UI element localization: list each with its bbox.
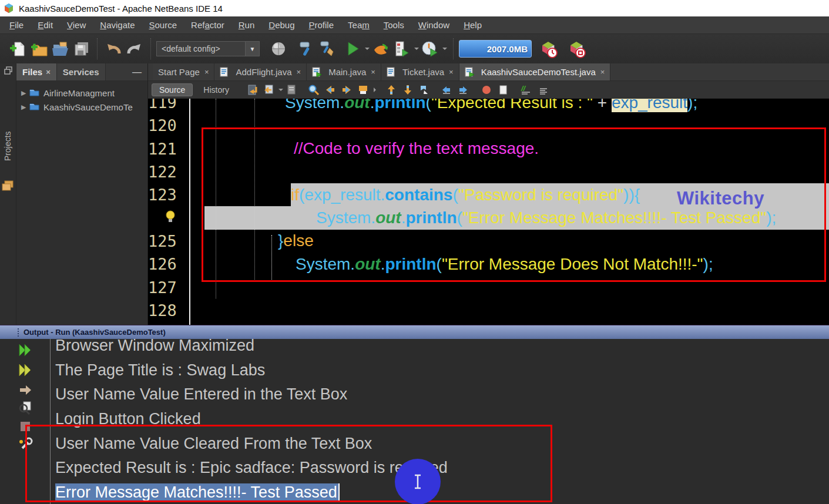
next-bookmark-icon[interactable] xyxy=(417,83,431,96)
bookmark-icon[interactable] xyxy=(356,83,370,96)
deploy-globe-icon[interactable] xyxy=(268,38,289,60)
bookmark-dropdown-icon[interactable] xyxy=(372,88,377,92)
history-view-button[interactable]: History xyxy=(196,84,236,96)
projects-rail-tab[interactable]: Projects xyxy=(3,133,12,145)
new-project-icon[interactable] xyxy=(28,38,49,60)
start-macro-recording-icon[interactable] xyxy=(479,83,494,96)
debug-project-icon[interactable] xyxy=(370,38,391,60)
shift-left-icon[interactable] xyxy=(439,83,454,96)
previous-occurrence-icon[interactable] xyxy=(384,83,398,96)
close-tab-icon[interactable]: × xyxy=(297,68,301,76)
editor-tab-start-page[interactable]: Start Page× xyxy=(153,63,214,80)
menu-item-debug[interactable]: Debug xyxy=(261,16,301,34)
editor-tab-addflight-java[interactable]: AddFlight.java× xyxy=(214,63,307,80)
explorer-tab-services[interactable]: Services xyxy=(57,63,106,80)
menu-item-window[interactable]: Window xyxy=(411,16,457,34)
code-editor[interactable]: 119System.out.println("Expected Result i… xyxy=(148,99,829,325)
editor-tab-ticket-java[interactable]: Ticket.java× xyxy=(381,63,459,80)
line-number: 122 xyxy=(148,163,182,181)
projects-folder-icon xyxy=(1,180,14,191)
menu-item-refactor[interactable]: Refactor xyxy=(184,16,231,34)
find-icon[interactable] xyxy=(307,83,321,96)
close-tab-icon[interactable]: × xyxy=(46,68,51,76)
output-annotation-box xyxy=(25,425,552,502)
menu-item-run[interactable]: Run xyxy=(231,16,262,34)
rerun-with-args-icon[interactable] xyxy=(18,362,33,378)
shift-right-icon[interactable] xyxy=(456,83,470,96)
projects-rail-label: Projects xyxy=(3,131,12,161)
editor-tab-main-java[interactable]: Main.java× xyxy=(307,63,381,80)
expand-triangle-icon[interactable]: ▶ xyxy=(21,89,29,97)
uncomment-icon[interactable] xyxy=(536,83,550,96)
clean-build-icon[interactable] xyxy=(316,38,337,60)
menu-item-help[interactable]: Help xyxy=(457,16,489,34)
menu-item-team[interactable]: Team xyxy=(341,16,377,34)
svg-text://: // xyxy=(521,84,526,93)
close-tab-icon[interactable]: × xyxy=(204,68,209,76)
minimize-panel-icon[interactable]: — xyxy=(126,63,147,80)
cursor-highlight-circle xyxy=(395,459,441,504)
close-tab-icon[interactable]: × xyxy=(371,68,375,76)
code-line[interactable]: 119System.out.println("Expected Result i… xyxy=(148,99,829,114)
filter-output-icon[interactable] xyxy=(18,400,33,415)
profile-project-icon[interactable] xyxy=(391,38,412,60)
last-edit-icon[interactable] xyxy=(246,83,260,96)
jump-to-icon[interactable] xyxy=(18,382,33,398)
redo-icon[interactable] xyxy=(124,38,145,60)
editor-tab-kaashivsaucedemotest-java[interactable]: KaashivSauceDemoTest.java× xyxy=(459,63,611,80)
profiler-dropdown-icon[interactable] xyxy=(442,46,448,51)
restore-window-icon[interactable] xyxy=(4,66,13,75)
forward-icon[interactable] xyxy=(340,83,354,96)
run-project-icon[interactable] xyxy=(342,38,363,60)
new-file-icon[interactable] xyxy=(7,38,28,60)
source-view-button[interactable]: Source xyxy=(152,83,193,96)
memory-meter[interactable]: 2007.0MB xyxy=(459,40,532,58)
line-number: 121 xyxy=(148,140,182,158)
menu-item-tools[interactable]: Tools xyxy=(377,16,411,34)
menu-item-navigate[interactable]: Navigate xyxy=(93,16,142,34)
config-select[interactable]: <default config> ▼ xyxy=(156,41,260,56)
code-line[interactable]: 128 xyxy=(148,299,829,322)
profile-point-stop-icon[interactable] xyxy=(566,38,587,60)
code-token: ); xyxy=(687,99,697,112)
diff-dropdown-icon[interactable] xyxy=(278,88,283,92)
tree-item-project[interactable]: ▶KaashivSauceDemoTe xyxy=(16,100,147,114)
tree-item-project[interactable]: ▶AirlineManagment xyxy=(16,86,147,100)
close-tab-icon[interactable]: × xyxy=(449,68,454,76)
code-token: println xyxy=(374,99,425,112)
menu-item-profile[interactable]: Profile xyxy=(302,16,341,34)
next-occurrence-icon[interactable] xyxy=(401,83,415,96)
run-dropdown-icon[interactable] xyxy=(364,46,370,51)
comment-icon[interactable]: // xyxy=(519,83,533,96)
output-grip[interactable] xyxy=(18,328,20,337)
output-header[interactable]: Output - Run (KaashivSauceDemoTest) xyxy=(0,325,829,339)
menu-item-edit[interactable]: Edit xyxy=(31,16,60,34)
menu-item-view[interactable]: View xyxy=(60,16,93,34)
build-project-icon[interactable] xyxy=(295,38,316,60)
rerun-icon[interactable] xyxy=(18,342,33,358)
folder-icon xyxy=(29,88,43,98)
open-project-icon[interactable] xyxy=(49,38,71,60)
save-all-icon[interactable] xyxy=(71,38,92,60)
back-icon[interactable] xyxy=(323,83,337,96)
expand-triangle-icon[interactable]: ▶ xyxy=(21,103,29,111)
config-dropdown-icon[interactable]: ▼ xyxy=(246,41,260,56)
close-tab-icon[interactable]: × xyxy=(600,68,605,76)
watermark: Wikitechy xyxy=(677,188,764,209)
stop-macro-recording-icon[interactable] xyxy=(496,83,510,96)
editor-toolbar: Source History // xyxy=(148,81,829,99)
menu-item-file[interactable]: File xyxy=(2,16,31,34)
config-value[interactable]: <default config> xyxy=(156,41,246,56)
versioning-doc-icon[interactable] xyxy=(284,83,298,96)
explorer-tab-files[interactable]: Files× xyxy=(16,63,57,80)
menu-item-source[interactable]: Source xyxy=(142,16,184,34)
profile-point-clock-icon[interactable] xyxy=(538,38,559,60)
undo-icon[interactable] xyxy=(103,38,124,60)
profiler-clock-icon[interactable] xyxy=(419,38,441,60)
output-line[interactable]: User Name Value Entered in the Text Box xyxy=(55,382,829,407)
profile-dropdown-icon[interactable] xyxy=(414,46,419,51)
output-line[interactable]: Browser Window Maximized xyxy=(55,339,829,358)
left-rail: Projects xyxy=(0,63,16,325)
diff-icon[interactable] xyxy=(262,83,276,96)
output-line[interactable]: The Page Title is : Swag Labs xyxy=(55,358,829,383)
